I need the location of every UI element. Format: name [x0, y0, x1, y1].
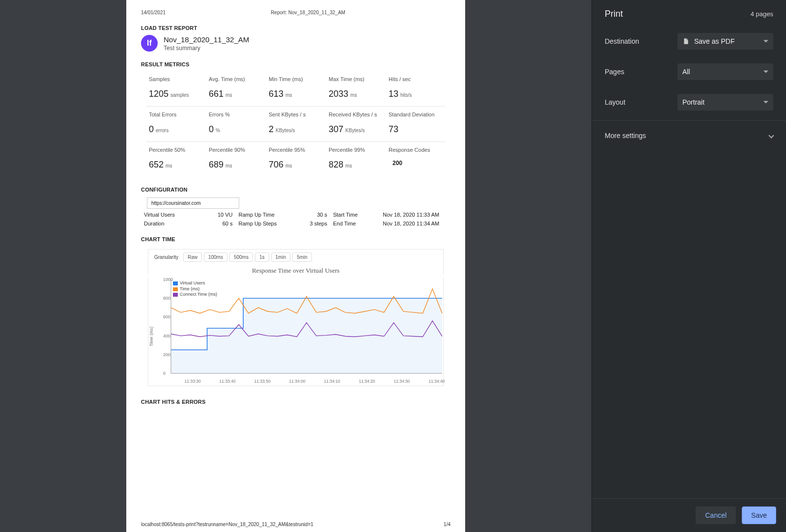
granularity-option[interactable]: Raw [183, 252, 202, 262]
granularity-option[interactable]: 1min [271, 252, 291, 262]
granularity-option[interactable]: 1s [255, 252, 269, 262]
save-button[interactable]: Save [742, 506, 776, 524]
cancel-button[interactable]: Cancel [696, 506, 736, 524]
chart-y-tick: 200 [163, 352, 170, 357]
config-key: Start Time [333, 212, 383, 218]
granularity-option[interactable]: 5min [292, 252, 312, 262]
section-configuration: CONFIGURATION [141, 187, 450, 193]
chart-y-tick: 600 [163, 314, 170, 319]
more-settings-label: More settings [605, 132, 646, 140]
granularity-label: Granularity [154, 254, 178, 260]
metric-label: Sent KBytes / s [269, 112, 323, 117]
pages-select[interactable]: All [677, 63, 773, 80]
report-name: Nov_18_2020_11_32_AM [164, 35, 249, 44]
metric-label: Min Time (ms) [269, 76, 323, 82]
pages-value: All [682, 68, 690, 76]
metrics-table: Samples1205samplesAvg. Time (ms)661msMin… [141, 71, 450, 177]
chart-x-tick: 11:33:40 [220, 379, 236, 384]
section-chart-hits: CHART HITS & ERRORS [141, 399, 450, 405]
chart-title: Response Time over Virtual Users [154, 267, 437, 275]
page-1: 14/01/2021 Report: Nov_18_2020_11_32_AM … [126, 0, 465, 532]
metric-value: 1205samples [149, 89, 203, 99]
metric-label: Standard Deviation [389, 112, 443, 117]
metric-value: 307KBytes/s [329, 124, 383, 135]
panel-title: Print [605, 9, 623, 19]
chart-x-tick: 11:34:20 [359, 379, 375, 384]
config-value: Nov 18, 2020 11:33 AM [383, 212, 448, 218]
chart-x-tick: 11:34:00 [289, 379, 306, 384]
metric-label: Avg. Time (ms) [209, 76, 263, 82]
metric-label: Percentile 90% [209, 147, 263, 153]
config-key: End Time [333, 221, 383, 226]
metric-value: 2KBytes/s [269, 124, 323, 135]
page-date: 14/01/2021 [141, 10, 166, 15]
pages-label: Pages [605, 68, 677, 76]
config-value: Nov 18, 2020 11:34 AM [383, 221, 448, 226]
print-settings-panel: Print 4 pages Destination Save as PDF Pa… [591, 0, 786, 532]
metric-value: 689ms [209, 160, 263, 170]
metric-value: 652ms [149, 160, 203, 170]
metric-label: Percentile 50% [149, 147, 203, 153]
metric-value: 2033ms [329, 89, 383, 99]
destination-value: Save as PDF [694, 37, 734, 45]
chart-y-tick: 1000 [163, 277, 173, 282]
metric-label: Percentile 95% [269, 147, 323, 153]
config-table: Virtual Users10 VURamp Up Time30 sStart … [144, 212, 448, 226]
config-value: 30 s [293, 212, 333, 218]
granularity-option[interactable]: 100ms [204, 252, 227, 262]
config-value: 60 s [204, 221, 239, 226]
config-value: 10 VU [204, 212, 239, 218]
chart-x-tick: 11:34:40 [428, 379, 445, 384]
layout-select[interactable]: Portrait [677, 94, 773, 111]
chart-x-tick: 11:34:30 [393, 379, 410, 384]
chart-x-tick: 11:33:50 [254, 379, 271, 384]
metric-value: 73 [389, 124, 443, 135]
chart-x-tick: 11:33:30 [185, 379, 201, 384]
metric-value: 828ms [329, 160, 383, 170]
chart-x-tick: 11:34:10 [324, 379, 340, 384]
page-count: 4 pages [751, 10, 773, 18]
layout-label: Layout [605, 98, 677, 106]
config-key: Ramp Up Time [238, 212, 293, 218]
metric-value: 706ms [269, 160, 323, 170]
metric-label: Received KBytes / s [329, 112, 383, 117]
metric-label: Hits / sec [389, 76, 443, 82]
config-key: Duration [144, 221, 204, 226]
config-value: 3 steps [293, 221, 333, 226]
print-preview-area: 14/01/2021 Report: Nov_18_2020_11_32_AM … [0, 0, 591, 532]
app-logo-icon: lf [141, 35, 158, 52]
pdf-icon [682, 37, 689, 45]
response-time-chart: Time (ms) Virtual Users Time (ms) Connec… [148, 278, 444, 386]
metric-label: Errors % [209, 112, 263, 117]
metric-value: 200 [393, 160, 443, 167]
footer-url: localhost:8065/tests-print?testrunname=N… [141, 522, 313, 527]
metric-label: Samples [149, 76, 203, 82]
config-key: Ramp Up Steps [238, 221, 293, 226]
chevron-down-icon [763, 40, 768, 43]
granularity-bar: Granularity Raw100ms500ms1s1min5min Resp… [148, 249, 444, 275]
chevron-down-icon [763, 71, 768, 73]
section-result-metrics: RESULT METRICS [141, 61, 450, 67]
config-key: Virtual Users [144, 212, 204, 218]
report-subtitle: Test summary [164, 45, 249, 52]
metric-value: 0% [209, 124, 263, 135]
chevron-down-icon [768, 133, 774, 138]
metric-value: 613ms [269, 89, 323, 99]
granularity-option[interactable]: 500ms [229, 252, 253, 262]
footer-page-number: 1/4 [444, 522, 450, 527]
section-chart-time: CHART TIME [141, 236, 450, 242]
chart-y-tick: 400 [163, 334, 170, 338]
layout-value: Portrait [682, 98, 704, 106]
metric-value: 661ms [209, 89, 263, 99]
destination-select[interactable]: Save as PDF [677, 33, 773, 50]
metric-label: Percentile 99% [329, 147, 383, 153]
section-load-test: LOAD TEST REPORT [141, 25, 450, 31]
metric-value: 13hits/s [389, 89, 443, 99]
config-url-box: https://coursinator.com [147, 197, 239, 209]
more-settings-toggle[interactable]: More settings [592, 124, 786, 147]
metric-value: 0errors [149, 124, 203, 135]
destination-label: Destination [605, 37, 677, 45]
metric-label: Total Errors [149, 112, 203, 117]
page-report-id: Report: Nov_18_2020_11_32_AM [271, 10, 345, 15]
metric-label: Max Time (ms) [329, 76, 383, 82]
